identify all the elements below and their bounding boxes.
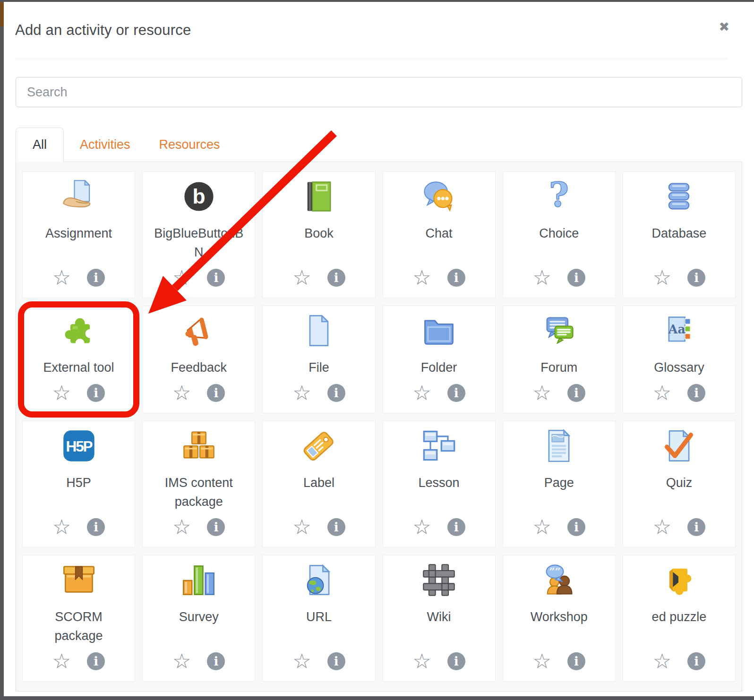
info-icon[interactable]: i (687, 384, 705, 402)
star-icon[interactable]: ☆ (412, 383, 431, 403)
activity-card-h5p[interactable]: H5P H5P ☆ i (22, 421, 135, 547)
activity-card-choice[interactable]: ? Choice ☆ i (503, 171, 616, 298)
wiki-icon (421, 562, 457, 598)
activity-card-wiki[interactable]: Wiki ☆ i (383, 555, 496, 682)
star-icon[interactable]: ☆ (653, 383, 671, 403)
bigbluebutton-icon: b (181, 179, 217, 214)
modal-title: Add an activity or resource (15, 22, 728, 39)
choice-icon: ? (541, 179, 577, 214)
activity-card-glossary[interactable]: Aa Glossary ☆ i (623, 306, 736, 413)
star-icon[interactable]: ☆ (412, 651, 431, 672)
star-icon[interactable]: ☆ (292, 651, 311, 672)
star-icon[interactable]: ☆ (653, 517, 671, 538)
star-icon[interactable]: ☆ (292, 267, 311, 288)
activity-card-lesson[interactable]: Lesson ☆ i (383, 421, 496, 547)
star-icon[interactable]: ☆ (533, 517, 551, 538)
info-icon[interactable]: i (87, 384, 105, 402)
tab-all[interactable]: All (16, 128, 64, 162)
star-icon[interactable]: ☆ (533, 267, 551, 288)
info-icon[interactable]: i (687, 269, 705, 287)
info-icon[interactable]: i (447, 518, 465, 536)
activity-card-ed-puzzle[interactable]: ed puzzle ☆ i (623, 555, 736, 682)
info-icon[interactable]: i (207, 652, 225, 670)
file-icon (301, 313, 337, 349)
activity-label: Database (652, 224, 707, 243)
info-icon[interactable]: i (687, 518, 705, 536)
glossary-icon: Aa (661, 313, 697, 349)
info-icon[interactable]: i (447, 384, 465, 402)
star-icon[interactable]: ☆ (172, 517, 191, 538)
info-icon[interactable]: i (207, 384, 225, 402)
info-icon[interactable]: i (87, 652, 105, 670)
star-icon[interactable]: ☆ (412, 517, 431, 538)
activity-card-chat[interactable]: Chat ☆ i (383, 171, 496, 298)
star-icon[interactable]: ☆ (52, 651, 71, 672)
search-input[interactable] (16, 77, 742, 107)
activity-card-external-tool[interactable]: External tool ☆ i (22, 306, 135, 413)
close-icon[interactable]: ✖ (719, 21, 729, 34)
activity-label: Folder (421, 358, 457, 377)
info-icon[interactable]: i (567, 518, 585, 536)
info-icon[interactable]: i (207, 269, 225, 287)
info-icon[interactable]: i (447, 269, 465, 287)
star-icon[interactable]: ☆ (412, 267, 431, 288)
activity-card-workshop[interactable]: ”” Workshop ☆ i (503, 555, 616, 682)
activity-label: External tool (43, 358, 114, 377)
info-icon[interactable]: i (327, 518, 345, 536)
activity-card-page[interactable]: Page ☆ i (503, 421, 616, 547)
activity-label: Survey (179, 607, 219, 626)
activity-label: Forum (540, 358, 577, 377)
url-icon (301, 562, 337, 598)
page-top-edge (0, 0, 754, 2)
activity-card-survey[interactable]: Survey ☆ i (142, 555, 255, 682)
activity-card-quiz[interactable]: Quiz ☆ i (623, 421, 736, 547)
activity-card-folder[interactable]: Folder ☆ i (383, 306, 496, 413)
activity-card-feedback[interactable]: Feedback ☆ i (142, 306, 255, 413)
info-icon[interactable]: i (687, 652, 705, 670)
activity-card-ims-content-package[interactable]: IMS content package ☆ i (142, 421, 255, 547)
label-icon (301, 428, 337, 464)
activity-card-url[interactable]: URL ☆ i (262, 555, 375, 682)
star-icon[interactable]: ☆ (533, 383, 551, 403)
activity-card-database[interactable]: Database ☆ i (623, 171, 736, 298)
star-icon[interactable]: ☆ (172, 267, 191, 288)
activity-label: Choice (539, 224, 579, 243)
star-icon[interactable]: ☆ (653, 267, 671, 288)
star-icon[interactable]: ☆ (52, 267, 71, 288)
info-icon[interactable]: i (207, 518, 225, 536)
lesson-icon (421, 428, 457, 464)
info-icon[interactable]: i (87, 518, 105, 536)
star-icon[interactable]: ☆ (172, 651, 191, 672)
activity-card-forum[interactable]: Forum ☆ i (503, 306, 616, 413)
activity-card-assignment[interactable]: Assignment ☆ i (22, 171, 135, 298)
info-icon[interactable]: i (567, 652, 585, 670)
info-icon[interactable]: i (327, 269, 345, 287)
star-icon[interactable]: ☆ (653, 651, 671, 672)
activity-card-book[interactable]: Book ☆ i (262, 171, 375, 298)
star-icon[interactable]: ☆ (533, 651, 551, 672)
activity-label: IMS content package (150, 473, 247, 511)
info-icon[interactable]: i (327, 384, 345, 402)
tab-content-panel: Assignment ☆ i b BigBlueButtonBN ☆ i Boo… (16, 162, 742, 691)
quiz-icon (661, 428, 697, 464)
activity-card-file[interactable]: File ☆ i (262, 306, 375, 413)
tab-resources[interactable]: Resources (146, 128, 233, 162)
star-icon[interactable]: ☆ (292, 517, 311, 538)
info-icon[interactable]: i (447, 652, 465, 670)
feedback-icon (181, 313, 217, 349)
tab-activities[interactable]: Activities (67, 128, 143, 162)
header-divider (15, 59, 728, 59)
info-icon[interactable]: i (567, 269, 585, 287)
activity-card-label[interactable]: Label ☆ i (262, 421, 375, 547)
info-icon[interactable]: i (87, 269, 105, 287)
add-activity-modal: Add an activity or resource ✖ All Activi… (4, 2, 754, 696)
activity-card-scorm-package[interactable]: SCORM package ☆ i (22, 555, 135, 682)
info-icon[interactable]: i (567, 384, 585, 402)
activity-label: Page (544, 473, 574, 492)
star-icon[interactable]: ☆ (52, 517, 71, 538)
star-icon[interactable]: ☆ (172, 383, 191, 403)
star-icon[interactable]: ☆ (292, 383, 311, 403)
activity-card-bigbluebuttonbn[interactable]: b BigBlueButtonBN ☆ i (142, 171, 255, 298)
star-icon[interactable]: ☆ (52, 383, 71, 403)
info-icon[interactable]: i (327, 652, 345, 670)
